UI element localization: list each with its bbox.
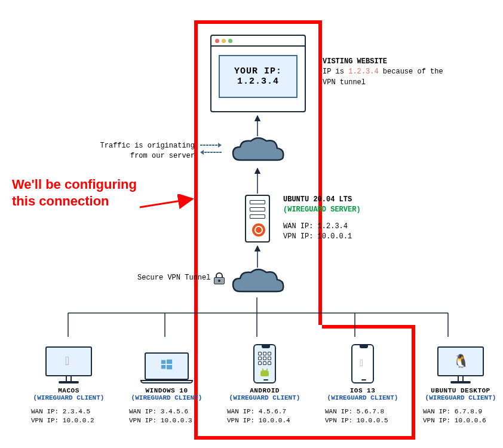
traffic-light-min-icon xyxy=(222,39,226,43)
visiting-ip: 1.2.3.4 xyxy=(348,67,378,76)
fanout-connector xyxy=(54,296,460,342)
arrow-down-1 xyxy=(253,244,262,269)
apple-logo-icon:  xyxy=(65,355,72,369)
device-wan: WAN IP: 3.4.5.6 xyxy=(129,407,206,416)
cloud-vpn-icon xyxy=(228,268,288,296)
android-logo-icon xyxy=(260,370,269,376)
cloud-internet-icon xyxy=(228,136,288,165)
lock-icon xyxy=(214,272,225,284)
callout-arrow xyxy=(137,194,197,218)
arrow-right-icon xyxy=(200,143,222,148)
device-name: UBUNTU DESKTOP xyxy=(431,387,490,394)
visiting-title: VISTING WEBSITE xyxy=(323,57,454,67)
device-vpn: VPN IP: 10.0.0.6 xyxy=(423,416,499,425)
vpn-tunnel-label-block: Secure VPN Tunnel xyxy=(137,272,225,284)
server-icon xyxy=(245,195,270,243)
imac-icon:  xyxy=(45,346,92,383)
vpn-tunnel-label: Secure VPN Tunnel xyxy=(137,273,210,283)
device-android: ANDROID (WIREGUARD CLIENT) WAN IP: 4.5.6… xyxy=(226,339,303,426)
device-macos:  MACOS (WIREGUARD CLIENT) WAN IP: 2.3.4… xyxy=(30,339,108,426)
devices-row:  MACOS (WIREGUARD CLIENT) WAN IP: 2.3.4… xyxy=(30,339,499,426)
imac-icon: 🐧 xyxy=(437,346,484,383)
svg-line-4 xyxy=(140,199,192,207)
windows-logo-icon xyxy=(160,358,173,374)
svg-rect-13 xyxy=(161,360,165,364)
server-wan: WAN IP: 1.2.3.4 xyxy=(283,222,361,232)
device-ubuntu: 🐧 UBUNTU DESKTOP (WIREGUARD CLIENT) WAN … xyxy=(422,339,499,426)
device-name: WINDOWS 10 xyxy=(145,387,188,394)
device-vpn: VPN IP: 10.0.0.2 xyxy=(31,416,108,425)
svg-rect-15 xyxy=(161,365,165,369)
apple-logo-icon:  xyxy=(360,358,366,369)
browser-ip-value: 1.2.3.4 xyxy=(237,76,279,87)
browser-content: YOUR IP: 1.2.3.4 xyxy=(219,55,297,98)
arrow-up-2 xyxy=(253,166,262,195)
device-vpn: VPN IP: 10.0.0.3 xyxy=(129,416,206,425)
ubuntu-logo-icon xyxy=(252,223,265,237)
device-name: ANDROID xyxy=(250,387,280,394)
server-info: UBUNTU 20.04 LTS (WIREGUARD SERVER) WAN … xyxy=(283,195,361,243)
traffic-light-close-icon xyxy=(215,39,219,43)
server-vpn: VPN IP: 10.0.0.1 xyxy=(283,232,361,242)
bidirectional-arrows xyxy=(200,143,222,155)
svg-rect-16 xyxy=(167,365,172,369)
device-name: IOS 13 xyxy=(350,387,376,394)
visiting-website-block: VISTING WEBSITE IP is 1.2.3.4 because of… xyxy=(323,57,454,88)
device-wan: WAN IP: 4.5.6.7 xyxy=(227,407,303,416)
visiting-text: IP is 1.2.3.4 because of the VPN tunnel xyxy=(323,67,454,88)
device-role: (WIREGUARD CLIENT) xyxy=(131,394,203,401)
server-title: UBUNTU 20.04 LTS xyxy=(283,195,361,205)
device-ios:  IOS 13 (WIREGUARD CLIENT) WAN IP: 5.6.… xyxy=(324,339,401,426)
device-vpn: VPN IP: 10.0.0.5 xyxy=(325,416,401,425)
device-name: MACOS xyxy=(58,387,79,394)
phone-icon xyxy=(253,344,276,383)
laptop-icon xyxy=(140,352,193,383)
browser-titlebar xyxy=(211,36,305,47)
device-wan: WAN IP: 6.7.8.9 xyxy=(423,407,499,416)
traffic-light-max-icon xyxy=(228,39,232,43)
traffic-label: Traffic is originating from our server xyxy=(93,141,195,162)
device-windows: WINDOWS 10 (WIREGUARD CLIENT) WAN IP: 3.… xyxy=(128,339,206,426)
browser-ip-label: YOUR IP: xyxy=(234,66,282,76)
device-role: (WIREGUARD CLIENT) xyxy=(327,394,398,401)
tux-logo-icon: 🐧 xyxy=(453,354,469,370)
arrow-up-1 xyxy=(253,113,262,137)
server-role: (WIREGUARD SERVER) xyxy=(283,205,361,215)
svg-rect-14 xyxy=(167,360,172,364)
arrow-left-icon xyxy=(200,150,222,155)
device-role: (WIREGUARD CLIENT) xyxy=(229,394,300,401)
device-wan: WAN IP: 5.6.7.8 xyxy=(325,407,401,416)
device-role: (WIREGUARD CLIENT) xyxy=(33,394,105,401)
app-grid-icon xyxy=(258,352,271,365)
browser-window: YOUR IP: 1.2.3.4 xyxy=(210,35,306,112)
device-vpn: VPN IP: 10.0.0.4 xyxy=(227,416,303,425)
callout-text: We'll be configuring this connection xyxy=(12,176,137,209)
device-wan: WAN IP: 2.3.4.5 xyxy=(31,407,108,416)
phone-icon:  xyxy=(351,344,374,383)
device-role: (WIREGUARD CLIENT) xyxy=(425,394,496,401)
